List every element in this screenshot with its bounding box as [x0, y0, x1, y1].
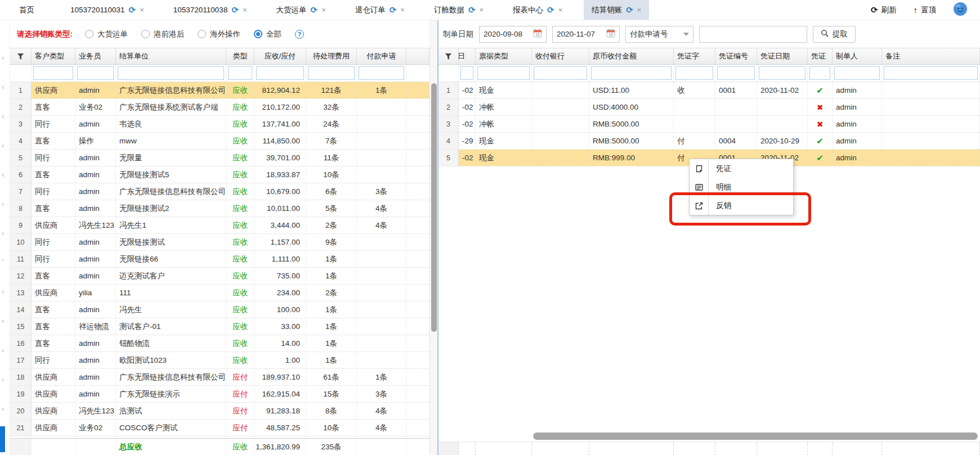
tab-refresh-icon[interactable]: ⟳ [626, 6, 633, 14]
tab-refresh-icon[interactable]: ⟳ [231, 6, 239, 14]
column-filter-input[interactable] [884, 66, 978, 80]
tab-1053720110031[interactable]: 1053720110031⟳× [62, 0, 152, 20]
column-filter-input[interactable] [359, 66, 404, 80]
tab-refresh-icon[interactable]: ⟳ [129, 6, 136, 14]
user-avatar[interactable] [953, 2, 968, 18]
table-row[interactable]: 4-29现金RMB:5000.00付00042020-10-29✔admin [438, 133, 980, 150]
payment-request-no-select[interactable]: 付款申请号 [625, 26, 693, 43]
tab-close-icon[interactable]: × [479, 6, 484, 13]
context-menu-item-明细[interactable]: 明细 [690, 178, 793, 196]
table-row[interactable]: 11同行admin无限链接66应收1,111.001条 [10, 251, 429, 268]
table-row[interactable]: 4直客操作mww应收114,850.007条 [10, 133, 429, 150]
collapse-chevron-icon[interactable]: ‹ [2, 346, 4, 354]
search-input[interactable] [704, 30, 803, 38]
calendar-icon[interactable]: 15 [606, 29, 615, 39]
collapse-chevron-icon[interactable]: ‹ [2, 83, 4, 91]
table-row[interactable]: 3-02冲帐RMB:5000.00✖admin [438, 116, 980, 133]
tab-1053720110038[interactable]: 1053720110038⟳× [165, 0, 255, 20]
table-row[interactable]: 19供应商admin广东无限链接演示应付162,915.0415条3条 [10, 386, 429, 403]
context-menu-item-反销[interactable]: 反销 [690, 196, 793, 215]
tab-报表中心[interactable]: 报表中心⟳× [505, 0, 570, 20]
tab-close-icon[interactable]: × [140, 6, 144, 13]
date-to-input[interactable]: 2020-11-07 15 [552, 26, 620, 43]
column-filter-input[interactable] [534, 66, 587, 80]
tab-refresh-icon[interactable]: ⟳ [390, 6, 397, 14]
tab-大货运单[interactable]: 大货运单⟳× [269, 0, 334, 20]
table-row[interactable]: 6直客admin无限链接测试5应收18,933.8710条 [10, 166, 429, 183]
collapse-chevron-icon[interactable]: ‹ [2, 376, 4, 383]
extract-button[interactable]: 提取 [813, 26, 856, 43]
tab-close-icon[interactable]: × [400, 6, 405, 13]
tab-close-icon[interactable]: × [558, 6, 563, 13]
radio-circle-icon[interactable] [198, 30, 206, 38]
tab-退仓订单[interactable]: 退仓订单⟳× [347, 0, 413, 20]
radio-option-大货运单[interactable]: 大货运单 [85, 29, 128, 39]
radio-option-海外操作[interactable]: 海外操作 [198, 29, 240, 39]
tab-refresh-icon[interactable]: ⟳ [547, 6, 554, 14]
column-filter-input[interactable] [228, 66, 252, 80]
collapse-chevron-icon[interactable]: ‹ [2, 229, 4, 237]
column-filter-input[interactable] [256, 66, 304, 80]
tab-home[interactable]: 首页 [11, 0, 42, 20]
table-row[interactable]: 7同行admin广东无限链接信息科技有限公司应收10,679.006条3条 [10, 183, 429, 200]
table-row[interactable]: 21供应商业务02COSCO客户测试应付48,587.2510条4条 [10, 420, 429, 436]
table-row[interactable]: 20供应商冯先生123浩测试应付91,283.188条4条 [10, 403, 429, 420]
column-filter-input[interactable] [477, 66, 530, 80]
context-menu-item-凭证[interactable]: 凭证 [690, 159, 793, 178]
collapse-chevron-icon[interactable]: ‹ [2, 200, 4, 208]
collapse-chevron-icon[interactable]: ‹ [2, 171, 4, 178]
radio-circle-icon[interactable] [254, 30, 262, 38]
left-table-vertical-scrollbar[interactable] [429, 20, 437, 455]
table-row[interactable]: 15直客祥运物流测试客户-01应收33.001条 [10, 318, 429, 335]
table-row[interactable]: 10同行admin无限链接测试应收1,157.009条 [10, 234, 429, 251]
collapse-chevron-icon[interactable]: ‹ [2, 142, 4, 149]
radio-option-全部[interactable]: 全部 [254, 29, 281, 39]
collapse-chevron-icon[interactable]: ‹ [2, 54, 4, 61]
collapse-chevron-icon[interactable]: ‹ [2, 317, 4, 325]
vertical-scrollbar-thumb[interactable] [431, 83, 437, 332]
radio-option-港前港后[interactable]: 港前港后 [141, 29, 184, 39]
splitter-handle[interactable] [0, 426, 5, 452]
tab-结算销账[interactable]: 结算销账⟳× [584, 0, 649, 20]
column-filter-input[interactable] [717, 66, 755, 80]
column-filter-input[interactable] [118, 66, 224, 80]
collapse-chevron-icon[interactable]: ‹ [2, 112, 4, 120]
collapse-chevron-icon[interactable]: ‹ [2, 288, 4, 295]
column-filter-input[interactable] [591, 66, 672, 80]
radio-circle-icon[interactable] [85, 30, 93, 38]
table-row[interactable]: 14直客admin冯先生应收100.001条 [10, 301, 429, 318]
column-filter-input[interactable] [77, 66, 114, 80]
filter-funnel-icon[interactable] [10, 48, 32, 64]
column-filter-input[interactable] [33, 66, 73, 80]
table-row[interactable]: 8直客admin无限链接测试2应收10,011.005条4条 [10, 200, 429, 217]
horizontal-scrollbar-thumb[interactable] [533, 433, 978, 440]
tab-refresh-icon[interactable]: ⟳ [468, 6, 476, 14]
table-row[interactable]: 16直客admin钮酷物流应收14.001条 [10, 335, 429, 352]
help-icon[interactable]: ? [295, 30, 304, 39]
table-row[interactable]: 1供应商admin广东无限链接信息科技有限公司应收812,904.12121条1… [10, 82, 429, 99]
column-filter-input[interactable] [759, 66, 806, 80]
calendar-icon[interactable]: 15 [533, 29, 542, 39]
tab-订舱数据[interactable]: 订舱数据⟳× [426, 0, 491, 20]
tab-close-icon[interactable]: × [637, 6, 642, 13]
table-row[interactable]: 17同行admin欧阳测试1023应收1.001条 [10, 352, 429, 369]
table-row[interactable]: 1-02现金USD:11.00收00012020-11-02✔admin [438, 82, 980, 99]
collapse-chevron-icon[interactable]: ‹ [2, 405, 4, 412]
table-row[interactable]: 9供应商冯先生123冯先生1应收3,444.002条4条 [10, 217, 429, 234]
tab-close-icon[interactable]: × [243, 6, 247, 13]
tab-close-icon[interactable]: × [321, 6, 326, 13]
table-row[interactable]: 5同行admin无限量应收39,701.0011条 [10, 150, 429, 166]
table-row[interactable]: 3同行admin韦选良应收137,741.0024条 [10, 116, 429, 133]
scroll-top-button[interactable]: ↑ 置顶 [914, 5, 937, 15]
table-row[interactable]: 2直客业务02广东无限链接系统测试客户端应收210,172.0032条 [10, 99, 429, 116]
column-filter-input[interactable] [809, 66, 830, 80]
table-row[interactable]: 18供应商admin广东无限链接信息科技有限公司应付189,937.1061条1… [10, 369, 429, 386]
expand-chevron-icon[interactable]: ˇ [2, 259, 4, 266]
tab-refresh-icon[interactable]: ⟳ [311, 6, 318, 14]
filter-funnel-icon[interactable] [438, 48, 459, 64]
table-row[interactable]: 13供应商yilia111应收234.002条 [10, 285, 429, 301]
date-from-input[interactable]: 2020-09-08 15 [479, 26, 547, 43]
column-filter-input[interactable] [308, 66, 355, 80]
radio-circle-icon[interactable] [141, 30, 150, 38]
refresh-button[interactable]: ⟳ 刷新 [871, 5, 897, 15]
